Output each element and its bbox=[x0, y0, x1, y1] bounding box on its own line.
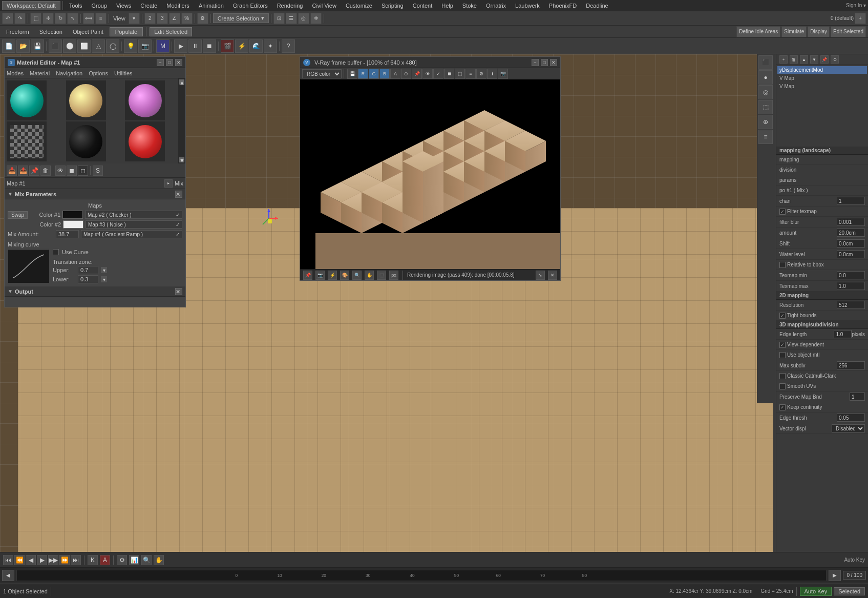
align-btn[interactable]: ≡ bbox=[95, 13, 107, 24]
preserve-input[interactable] bbox=[850, 393, 865, 401]
add-layer[interactable]: + bbox=[855, 13, 866, 24]
vray-move-btn[interactable]: ✋ bbox=[365, 271, 374, 280]
save-scene[interactable]: 💾 bbox=[31, 39, 44, 53]
curve-canvas[interactable] bbox=[8, 249, 49, 282]
filter-check[interactable]: ✓ bbox=[779, 209, 786, 215]
color1-swatch[interactable] bbox=[62, 211, 83, 219]
resolution-input[interactable] bbox=[837, 301, 865, 309]
anim-zoom[interactable]: 🔍 bbox=[141, 555, 152, 565]
menu-customize[interactable]: Customize bbox=[342, 2, 376, 10]
mat-get[interactable]: 📥 bbox=[7, 166, 17, 176]
use-obj-check[interactable] bbox=[779, 352, 786, 358]
menu-content[interactable]: Content bbox=[409, 2, 437, 10]
help-icon[interactable]: ? bbox=[282, 39, 295, 53]
move-btn[interactable]: ✛ bbox=[43, 13, 54, 24]
vray-g[interactable]: G bbox=[369, 69, 379, 79]
torus-tool[interactable]: ◯ bbox=[106, 39, 119, 53]
mod-move-dn[interactable]: ▼ bbox=[810, 55, 818, 64]
keep-cont-check[interactable]: ✓ bbox=[779, 404, 786, 410]
angle-snap[interactable]: ∠ bbox=[169, 13, 180, 24]
menu-modifiers[interactable]: Modifiers bbox=[162, 2, 194, 10]
modifier-item-2[interactable]: V Map bbox=[777, 83, 867, 90]
pct-snap[interactable]: % bbox=[181, 13, 193, 24]
vray-correct[interactable]: ✓ bbox=[433, 69, 443, 79]
timeline-right-arrow[interactable]: ▶ bbox=[829, 570, 841, 581]
rpanel-5[interactable]: ⊕ bbox=[758, 115, 773, 129]
scroll-down[interactable]: ▼ bbox=[179, 157, 184, 162]
menu-laubwerk[interactable]: Laubwerk bbox=[511, 2, 544, 10]
vray-stat-btn[interactable]: ⚡ bbox=[328, 271, 337, 280]
object-paint-tab[interactable]: Object Paint bbox=[69, 28, 108, 36]
workspace-label[interactable]: Workspace: Default bbox=[2, 1, 60, 10]
define-idle-btn[interactable]: Define Idle Areas bbox=[736, 26, 780, 37]
freeform-tab[interactable]: Freeform bbox=[2, 28, 33, 36]
scroll-up[interactable]: ▲ bbox=[179, 79, 184, 85]
shift-input[interactable] bbox=[837, 239, 865, 248]
mat-menu-options[interactable]: Options bbox=[89, 70, 108, 76]
snap-2d[interactable]: 2 bbox=[144, 13, 156, 24]
mix-params-header[interactable]: ▼ Mix Parameters ✕ bbox=[5, 189, 185, 199]
vray-a[interactable]: A bbox=[390, 69, 400, 79]
freeze-btn[interactable]: ❄ bbox=[310, 13, 322, 24]
anim-next[interactable]: ▶▶ bbox=[48, 555, 58, 565]
selected-indicator[interactable]: Selected bbox=[834, 587, 865, 595]
sphere-teal[interactable] bbox=[7, 80, 47, 120]
play-anim[interactable]: ▶ bbox=[174, 39, 187, 53]
mat-put[interactable]: 📤 bbox=[18, 166, 28, 176]
mod-delete[interactable]: 🗑 bbox=[790, 55, 798, 64]
simulate-btn[interactable]: Simulate bbox=[781, 26, 807, 37]
vray-minimize[interactable]: − bbox=[532, 59, 539, 66]
mat-menu-material[interactable]: Material bbox=[30, 70, 50, 76]
sphere-checker[interactable] bbox=[7, 121, 47, 161]
new-scene[interactable]: 📄 bbox=[2, 39, 15, 53]
vray-nav-btn[interactable]: ⬚ bbox=[377, 271, 386, 280]
rpanel-6[interactable]: ≡ bbox=[758, 130, 773, 144]
mat-menu-utilities[interactable]: Utilities bbox=[114, 70, 132, 76]
vray-save[interactable]: 💾 bbox=[347, 69, 357, 79]
menu-deadline[interactable]: Deadline bbox=[582, 2, 612, 10]
mod-pin[interactable]: 📌 bbox=[820, 55, 829, 64]
vray-zoom-btn[interactable]: 🔍 bbox=[352, 271, 362, 280]
redo-btn[interactable]: ↷ bbox=[14, 13, 26, 24]
vray-px-btn[interactable]: px bbox=[389, 271, 398, 280]
water-level-input[interactable] bbox=[837, 250, 865, 258]
lights-tool[interactable]: 💡 bbox=[124, 39, 137, 53]
vray-info[interactable]: ℹ bbox=[487, 69, 497, 79]
populate-tab[interactable]: Populate bbox=[110, 27, 143, 36]
vray-region[interactable]: ⬚ bbox=[455, 69, 465, 79]
vray-b[interactable]: B bbox=[379, 69, 390, 79]
vray-r[interactable]: R bbox=[358, 69, 368, 79]
sphere-beige[interactable] bbox=[66, 80, 106, 120]
anim-pan[interactable]: ✋ bbox=[154, 555, 164, 565]
pause-anim[interactable]: ⏸ bbox=[188, 39, 202, 53]
vray-circle[interactable]: ⊙ bbox=[401, 69, 411, 79]
render-setup[interactable]: ⚙ bbox=[197, 13, 208, 24]
menu-phoenixfd[interactable]: PhoenixFD bbox=[545, 2, 581, 10]
vray-close2[interactable]: ✕ bbox=[548, 271, 557, 280]
filter-btn[interactable]: ⊡ bbox=[273, 13, 285, 24]
mix-amount-input[interactable] bbox=[56, 230, 79, 238]
map4-link[interactable]: Map #4 ( Gradient Ramp ) ✓ bbox=[81, 230, 182, 238]
mix-close[interactable]: ✕ bbox=[175, 191, 182, 198]
anim-last[interactable]: ⏭ bbox=[71, 555, 81, 565]
classic-check[interactable] bbox=[779, 373, 786, 379]
menu-animation[interactable]: Animation bbox=[195, 2, 228, 10]
map-nav-btn[interactable]: ▸ bbox=[164, 179, 173, 188]
cylinder-tool[interactable]: ⬜ bbox=[77, 39, 91, 53]
autokey-indicator[interactable]: Auto Key bbox=[800, 587, 832, 596]
vray-close[interactable]: ✕ bbox=[550, 59, 557, 66]
menu-ornatrix[interactable]: Ornatrix bbox=[482, 2, 510, 10]
layer-btn[interactable]: ☰ bbox=[286, 13, 297, 24]
color2-swatch[interactable] bbox=[63, 220, 83, 229]
upper-spin[interactable]: ▾ bbox=[100, 266, 108, 274]
sign-in[interactable]: Sign In ▾ bbox=[846, 3, 866, 8]
mod-config[interactable]: ⚙ bbox=[831, 55, 839, 64]
display-btn[interactable]: Display bbox=[808, 26, 830, 37]
mod-add[interactable]: + bbox=[779, 55, 788, 64]
isolate-btn[interactable]: ◎ bbox=[298, 13, 309, 24]
vray-camera2[interactable]: 📷 bbox=[498, 69, 508, 79]
menu-group[interactable]: Group bbox=[87, 2, 111, 10]
tight-check[interactable]: ✓ bbox=[779, 313, 786, 319]
mat-menu-navigation[interactable]: Navigation bbox=[56, 70, 82, 76]
autokey-btn[interactable]: A bbox=[100, 555, 110, 565]
